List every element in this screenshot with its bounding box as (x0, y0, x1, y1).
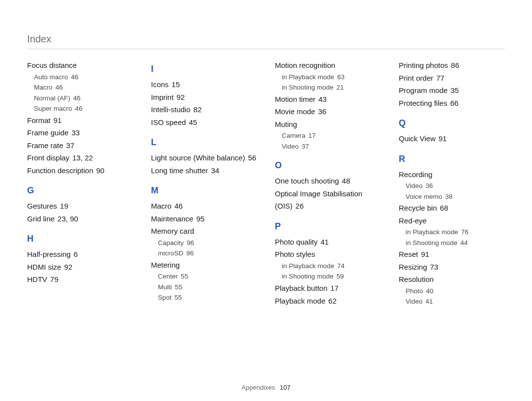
entry-page: 91 (435, 134, 447, 143)
index-sub-entry[interactable]: in Shooting mode59 (275, 271, 381, 282)
index-entry[interactable]: Function description90 (27, 164, 133, 177)
index-entry[interactable]: Motion recognition (275, 59, 381, 72)
index-entry[interactable]: Photo quality41 (275, 236, 381, 248)
sub-entry-term: Video (406, 182, 423, 189)
index-sub-entry[interactable]: Voice memo38 (399, 191, 505, 202)
index-sub-entry[interactable]: in Playback mode76 (399, 227, 505, 238)
index-entry[interactable]: HDTV79 (27, 273, 133, 286)
index-entry[interactable]: Metering (151, 259, 258, 272)
index-entry[interactable]: Maintenance95 (151, 213, 258, 225)
footer-section: Appendixes (241, 384, 275, 391)
entry-page: 15 (168, 80, 180, 89)
entry-page: 62 (326, 297, 337, 305)
index-entry[interactable]: Macro46 (151, 200, 258, 213)
entry-page: 26 (293, 202, 304, 210)
entry-page: 91 (418, 250, 430, 258)
entry-page: 41 (318, 238, 329, 246)
index-sub-entry[interactable]: Normal (AF)46 (27, 93, 133, 104)
index-entry[interactable]: Resolution (399, 273, 505, 286)
sub-entry-page: 40 (423, 287, 433, 295)
index-entry[interactable]: Movie mode36 (275, 105, 381, 118)
sub-entry-term: microSD (158, 249, 184, 257)
index-sub-entry[interactable]: Video36 (399, 181, 505, 191)
index-entry[interactable]: Print order77 (399, 72, 505, 85)
index-sub-entry[interactable]: in Shooting mode44 (399, 238, 505, 248)
index-entry[interactable]: Program mode35 (399, 84, 505, 97)
index-entry[interactable]: Playback button17 (275, 282, 381, 295)
sub-entry-page: 17 (305, 132, 316, 139)
index-entry[interactable]: Photo styles (275, 248, 381, 261)
index-sub-entry[interactable]: microSD96 (151, 248, 258, 259)
index-column: Printing photos86Print order77Program mo… (399, 59, 505, 367)
sub-entry-page: 46 (72, 105, 82, 112)
entry-page: 95 (193, 215, 204, 223)
index-entry[interactable]: Muting (275, 118, 381, 131)
index-entry[interactable]: Frame guide33 (27, 126, 133, 139)
sub-entry-page: 36 (423, 182, 433, 189)
index-entry[interactable]: Format91 (27, 114, 133, 127)
index-entry[interactable]: Red-eye (399, 215, 505, 227)
sub-entry-page: 46 (68, 73, 78, 81)
index-sub-entry[interactable]: Auto macro46 (27, 72, 133, 83)
index-entry[interactable]: Memory card (151, 225, 258, 238)
index-sub-entry[interactable]: Multi55 (151, 282, 258, 293)
index-sub-entry[interactable]: Super macro46 (27, 103, 133, 114)
index-sub-entry[interactable]: Video41 (399, 296, 505, 307)
index-sub-entry[interactable]: Video37 (275, 141, 381, 152)
entry-page: 34 (208, 166, 219, 175)
entry-term: Metering (151, 261, 180, 269)
index-sub-entry[interactable]: in Playback mode63 (275, 72, 381, 83)
sub-entry-term: Normal (AF) (34, 94, 70, 102)
entry-page: 43 (316, 95, 327, 103)
index-entry[interactable]: Printing photos86 (399, 59, 505, 72)
index-sub-entry[interactable]: Spot55 (151, 292, 258, 303)
entry-page: 79 (47, 275, 59, 283)
index-entry[interactable]: HDMI size92 (27, 261, 133, 274)
entry-term: Frame rate (27, 141, 63, 150)
index-entry[interactable]: Recording (399, 168, 505, 181)
index-sub-entry[interactable]: Capacity96 (151, 238, 258, 248)
index-entry[interactable]: Playback mode62 (275, 295, 381, 308)
index-entry[interactable]: Icons15 (151, 78, 258, 91)
index-entry[interactable]: ISO speed45 (151, 116, 258, 129)
index-entry[interactable]: Resizing73 (399, 261, 505, 274)
entry-term: Format (27, 116, 51, 124)
index-entry[interactable]: Grid line23, 90 (27, 213, 133, 225)
entry-page: 37 (63, 141, 74, 150)
index-sub-entry[interactable]: in Playback mode74 (275, 261, 381, 272)
entry-term: Recycle bin (399, 204, 437, 212)
entry-term: Intelli-studio (151, 105, 191, 114)
index-entry[interactable]: Light source (White balance)56 (151, 152, 258, 164)
index-entry[interactable]: Intelli-studio82 (151, 103, 258, 116)
index-entry[interactable]: One touch shooting48 (275, 175, 381, 187)
index-entry[interactable]: Half-pressing6 (27, 248, 133, 261)
index-sub-entry[interactable]: Camera17 (275, 130, 381, 141)
entry-page: 33 (68, 128, 80, 137)
index-sub-entry[interactable]: Center55 (151, 271, 258, 282)
index-sub-entry[interactable]: Photo40 (399, 286, 505, 297)
index-sub-entry[interactable]: in Shooting mode21 (275, 82, 381, 93)
index-entry[interactable]: Long time shutter34 (151, 164, 258, 177)
index-group: IIcons15Imprint92Intelli-studio82ISO spe… (151, 64, 258, 128)
index-entry[interactable]: Optical Image Stabilisation (OIS)26 (275, 187, 381, 213)
index-entry[interactable]: Protecting files66 (399, 97, 505, 110)
sub-entry-page: 55 (178, 273, 188, 280)
index-group: Focus distanceAuto macro46Macro46Normal … (27, 59, 133, 177)
index-entry[interactable]: Focus distance (27, 59, 133, 72)
sub-entry-page: 21 (333, 84, 344, 91)
index-sub-entry[interactable]: Macro46 (27, 82, 133, 93)
entry-term: Imprint (151, 93, 174, 101)
entry-page: 46 (171, 202, 183, 210)
index-entry[interactable]: Reset91 (399, 248, 505, 261)
sub-entry-term: Auto macro (34, 73, 68, 81)
entry-term: Reset (399, 250, 418, 258)
index-entry[interactable]: Frame rate37 (27, 139, 133, 152)
index-entry[interactable]: Front display13, 22 (27, 152, 133, 164)
section-letter: P (275, 221, 381, 232)
index-entry[interactable]: Quick View91 (399, 132, 505, 145)
index-entry[interactable]: Motion timer43 (275, 93, 381, 106)
index-entry[interactable]: Recycle bin68 (399, 202, 505, 215)
index-entry[interactable]: Imprint92 (151, 91, 258, 104)
entry-term: Optical Image Stabilisation (OIS) (275, 189, 363, 211)
index-entry[interactable]: Gestures19 (27, 200, 133, 213)
